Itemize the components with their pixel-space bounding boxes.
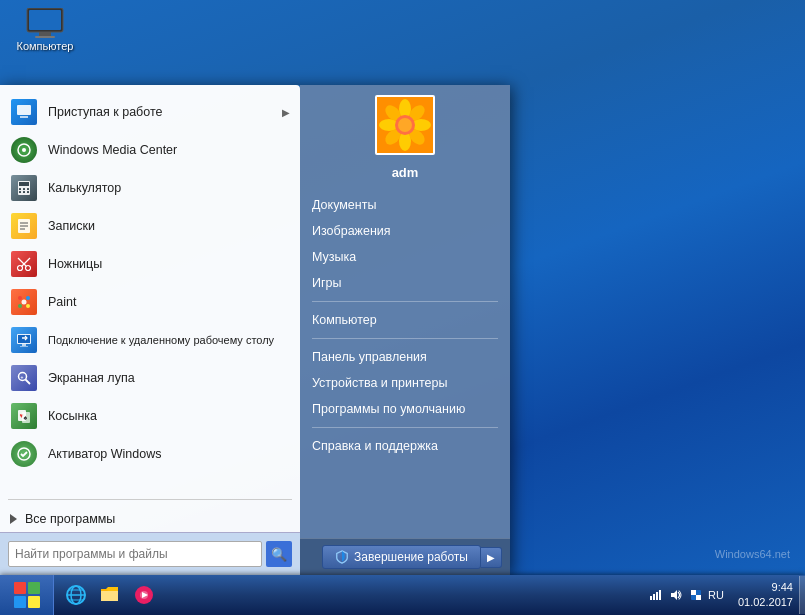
shutdown-bar: Завершение работы ▶: [300, 538, 510, 575]
menu-item-scissors[interactable]: Ножницы: [0, 245, 300, 283]
all-programs-item[interactable]: Все программы: [0, 506, 300, 532]
taskbar-pinned-icons: [54, 579, 166, 611]
svg-rect-10: [19, 188, 21, 190]
avatar-image: [377, 97, 433, 153]
right-item-defaults[interactable]: Программы по умолчанию: [300, 396, 510, 422]
svg-point-24: [18, 296, 22, 300]
svg-rect-71: [691, 590, 696, 595]
tray-flag-icon[interactable]: [688, 587, 704, 603]
svg-rect-5: [20, 116, 28, 118]
separator-1: [8, 499, 292, 500]
menu-item-rdp-label: Подключение к удаленному рабочему столу: [48, 334, 290, 346]
menu-item-calculator-label: Калькулятор: [48, 181, 290, 195]
menu-item-solitaire[interactable]: ♥ ♠ Косынка: [0, 397, 300, 435]
all-programs-label: Все программы: [25, 512, 115, 526]
tray-language[interactable]: RU: [708, 589, 724, 601]
search-button[interactable]: 🔍: [266, 541, 292, 567]
svg-rect-55: [14, 596, 26, 608]
svg-rect-68: [659, 590, 661, 600]
search-input[interactable]: [8, 541, 262, 567]
menu-item-getting-started-label: Приступая к работе: [48, 105, 282, 119]
svg-rect-67: [656, 592, 658, 600]
menu-item-getting-started[interactable]: Приступая к работе ▶: [0, 93, 300, 131]
shutdown-label: Завершение работы: [354, 550, 468, 564]
menu-item-paint[interactable]: Paint: [0, 283, 300, 321]
svg-rect-12: [27, 188, 29, 190]
shutdown-button[interactable]: Завершение работы: [322, 545, 481, 569]
right-menu-items: Документы Изображения Музыка Игры Компью…: [300, 192, 510, 538]
right-item-images[interactable]: Изображения: [300, 218, 510, 244]
svg-rect-32: [20, 346, 28, 347]
svg-marker-69: [671, 590, 677, 600]
user-avatar[interactable]: [375, 95, 435, 155]
menu-item-solitaire-label: Косынка: [48, 409, 290, 423]
svg-point-7: [22, 148, 26, 152]
menu-item-media-center[interactable]: Windows Media Center: [0, 131, 300, 169]
menu-item-magnifier-label: Экранная лупа: [48, 371, 290, 385]
menu-item-calculator[interactable]: Калькулятор: [0, 169, 300, 207]
watermark: Windows64.net: [715, 548, 790, 560]
taskbar-explorer-icon[interactable]: [94, 579, 126, 611]
shield-icon: [335, 550, 349, 564]
start-button[interactable]: [0, 575, 54, 615]
shutdown-arrow-button[interactable]: ▶: [481, 547, 502, 568]
clock-area[interactable]: 9:44 01.02.2017: [732, 580, 799, 611]
menu-item-notes[interactable]: Записки: [0, 207, 300, 245]
svg-point-25: [26, 296, 30, 300]
taskbar-media-icon[interactable]: [128, 579, 160, 611]
svg-rect-15: [27, 191, 29, 193]
svg-rect-11: [23, 188, 25, 190]
svg-rect-4: [17, 105, 31, 115]
svg-rect-31: [22, 344, 26, 346]
menu-item-scissors-label: Ножницы: [48, 257, 290, 271]
svg-rect-1: [29, 10, 61, 30]
computer-desktop-icon[interactable]: Компьютер: [10, 8, 80, 52]
desktop: Компьютер Приступая к работе ▶: [0, 0, 805, 615]
menu-items-list: Приступая к работе ▶ Windows Media Cente…: [0, 85, 300, 493]
svg-rect-9: [19, 182, 29, 186]
clock-time: 9:44: [772, 580, 793, 595]
menu-item-activator[interactable]: Активатор Windows: [0, 435, 300, 473]
right-item-computer[interactable]: Компьютер: [300, 307, 510, 333]
svg-rect-65: [650, 596, 652, 600]
taskbar: RU 9:44 01.02.2017: [0, 575, 805, 615]
right-item-documents[interactable]: Документы: [300, 192, 510, 218]
windows-logo-icon: [12, 580, 42, 610]
svg-rect-54: [28, 582, 40, 594]
svg-text:+: +: [21, 374, 24, 380]
right-item-help[interactable]: Справка и поддержка: [300, 433, 510, 459]
svg-line-35: [26, 380, 31, 385]
tray-network-icon[interactable]: [648, 587, 664, 603]
clock-date: 01.02.2017: [738, 595, 793, 610]
right-item-devices[interactable]: Устройства и принтеры: [300, 370, 510, 396]
menu-item-notes-label: Записки: [48, 219, 290, 233]
svg-rect-72: [696, 595, 701, 600]
user-name: adm: [392, 165, 419, 180]
menu-item-rdp[interactable]: Подключение к удаленному рабочему столу: [0, 321, 300, 359]
show-desktop-button[interactable]: [799, 576, 805, 614]
computer-icon-label: Компьютер: [17, 40, 74, 52]
triangle-icon: [10, 514, 17, 524]
right-item-control-panel[interactable]: Панель управления: [300, 344, 510, 370]
menu-item-paint-label: Paint: [48, 295, 290, 309]
right-separator-3: [312, 427, 498, 428]
taskbar-ie-icon[interactable]: [60, 579, 92, 611]
start-menu: Приступая к работе ▶ Windows Media Cente…: [0, 85, 510, 575]
svg-rect-30: [18, 335, 30, 343]
svg-rect-2: [39, 32, 51, 36]
svg-rect-3: [35, 36, 55, 38]
tray-volume-icon[interactable]: [668, 587, 684, 603]
arrow-icon: ▶: [282, 107, 290, 118]
search-bar: 🔍: [0, 532, 300, 575]
right-separator-1: [312, 301, 498, 302]
menu-item-activator-label: Активатор Windows: [48, 447, 290, 461]
svg-text:♠: ♠: [24, 414, 28, 421]
menu-item-magnifier[interactable]: + Экранная лупа: [0, 359, 300, 397]
system-tray: RU: [640, 587, 732, 603]
menu-item-media-center-label: Windows Media Center: [48, 143, 290, 157]
svg-point-27: [26, 304, 30, 308]
svg-rect-13: [19, 191, 21, 193]
right-item-games[interactable]: Игры: [300, 270, 510, 296]
right-item-music[interactable]: Музыка: [300, 244, 510, 270]
svg-point-26: [18, 304, 22, 308]
